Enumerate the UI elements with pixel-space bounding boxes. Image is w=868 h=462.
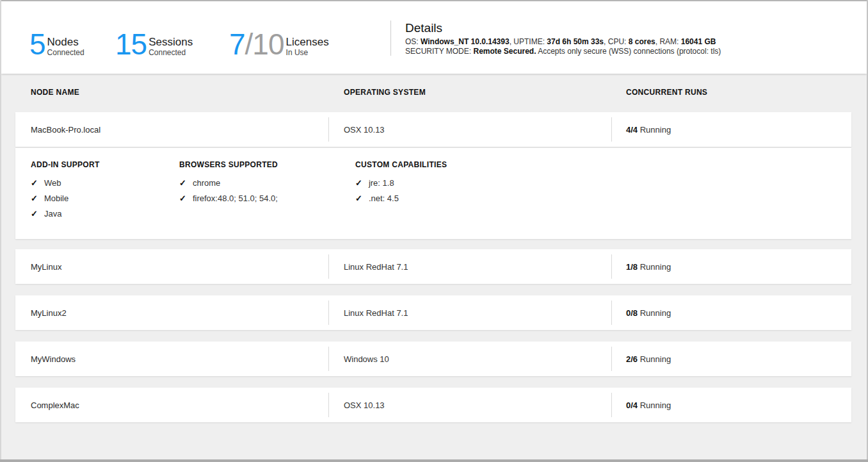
cell-divider	[328, 254, 329, 279]
concurrent-runs-cell: 2/6 Running	[626, 354, 671, 364]
nodes-count: 5	[29, 32, 45, 56]
custom-capabilities-title: CUSTOM CAPABILITIES	[355, 160, 447, 169]
capability-item: ✓.net: 4.5	[355, 194, 447, 204]
check-icon: ✓	[31, 178, 38, 188]
ram-label: , RAM:	[655, 37, 681, 46]
check-icon: ✓	[179, 178, 186, 188]
sessions-count: 15	[115, 32, 147, 56]
browser-item-label: firefox:48.0; 51.0; 54.0;	[193, 194, 278, 204]
operating-system-cell: Windows 10	[344, 354, 389, 364]
browsers-supported-title: BROWSERS SUPPORTED	[179, 160, 278, 169]
cell-divider	[611, 393, 612, 417]
browser-item: ✓chrome	[179, 178, 278, 188]
uptime-label: , UPTIME:	[510, 37, 547, 46]
node-row-macbook-pro[interactable]: MacBook-Pro.local OSX 10.13 4/4 Running	[15, 112, 851, 147]
stat-licenses-in-use: 7/10 Licenses In Use	[229, 32, 329, 56]
addin-item: ✓Web	[31, 178, 100, 188]
runs-label: Running	[640, 354, 671, 364]
licenses-used-count: 7	[229, 32, 245, 56]
node-row-complexmac[interactable]: ComplexMac OSX 10.13 0/4 Running	[15, 388, 851, 422]
runs-fraction: 0/4	[626, 400, 638, 410]
details-title: Details	[405, 21, 764, 35]
node-row-mylinux2[interactable]: MyLinux2 Linux RedHat 7.1 0/8 Running	[15, 295, 851, 330]
capability-item-label: jre: 1.8	[369, 178, 394, 188]
node-row-mylinux[interactable]: MyLinux Linux RedHat 7.1 1/8 Running	[15, 249, 851, 284]
cpu-value: 8 cores	[629, 37, 655, 46]
window-top-border	[0, 0, 868, 1]
node-table: MacBook-Pro.local OSX 10.13 4/4 Running …	[15, 112, 851, 422]
cpu-label: , CPU:	[604, 37, 629, 46]
concurrent-runs-cell: 4/4 Running	[626, 125, 671, 135]
runs-fraction: 1/8	[626, 262, 638, 272]
nodes-sublabel: Connected	[47, 48, 84, 57]
concurrent-runs-cell: 1/8 Running	[626, 262, 671, 272]
cell-divider	[611, 254, 612, 279]
details-security-line: SECURITY MODE: Remote Secured. Accepts o…	[405, 47, 764, 56]
stat-nodes-connected: 5 Nodes Connected	[29, 32, 84, 56]
stat-sessions-connected: 15 Sessions Connected	[115, 32, 193, 56]
runs-label: Running	[640, 308, 671, 318]
cell-divider	[611, 347, 612, 371]
addin-support-column: ADD-IN SUPPORT ✓Web ✓Mobile ✓Java	[31, 160, 100, 219]
runs-label: Running	[640, 125, 671, 135]
operating-system-cell: OSX 10.13	[344, 400, 385, 410]
column-header-concurrent-runs: CONCURRENT RUNS	[626, 88, 707, 97]
sessions-label: Sessions	[149, 36, 193, 48]
browser-item-label: chrome	[193, 178, 220, 188]
cell-divider	[611, 301, 612, 325]
node-name-cell: MyLinux2	[31, 308, 67, 318]
details-section: Details OS: Windows_NT 10.0.14393, UPTIM…	[405, 21, 764, 56]
addin-item-label: Mobile	[44, 194, 68, 204]
capability-item-label: .net: 4.5	[369, 194, 399, 204]
runs-label: Running	[640, 400, 671, 410]
addin-item: ✓Mobile	[31, 194, 100, 204]
addin-item-label: Web	[44, 178, 61, 188]
table-header-row: NODE NAME OPERATING SYSTEM CONCURRENT RU…	[0, 88, 868, 101]
window-left-border	[0, 0, 1, 459]
window-bottom-border	[0, 459, 868, 462]
header-divider	[390, 21, 391, 56]
column-header-node-name: NODE NAME	[31, 88, 79, 97]
check-icon: ✓	[31, 194, 38, 204]
check-icon: ✓	[31, 209, 38, 219]
licenses-total-count: /10	[245, 32, 284, 56]
operating-system-cell: Linux RedHat 7.1	[344, 262, 408, 272]
details-system-line: OS: Windows_NT 10.0.14393, UPTIME: 37d 6…	[405, 37, 764, 47]
concurrent-runs-cell: 0/4 Running	[626, 400, 671, 410]
expanded-details-panel: ADD-IN SUPPORT ✓Web ✓Mobile ✓Java BROWSE…	[15, 148, 851, 239]
runs-fraction: 0/8	[626, 308, 638, 318]
node-name-cell: MacBook-Pro.local	[31, 125, 100, 135]
node-row-mywindows[interactable]: MyWindows Windows 10 2/6 Running	[15, 342, 851, 376]
cell-divider	[328, 393, 329, 417]
browsers-supported-column: BROWSERS SUPPORTED ✓chrome ✓firefox:48.0…	[179, 160, 278, 204]
os-label: OS:	[405, 37, 421, 46]
addin-support-title: ADD-IN SUPPORT	[31, 160, 100, 169]
column-header-operating-system: OPERATING SYSTEM	[344, 88, 426, 97]
summary-header: 5 Nodes Connected 15 Sessions Connected …	[1, 1, 867, 74]
ram-value: 16041 GB	[681, 37, 716, 46]
security-mode-note: Accepts only secure (WSS) connections (p…	[536, 47, 721, 56]
node-name-cell: MyWindows	[31, 354, 76, 364]
operating-system-cell: Linux RedHat 7.1	[344, 308, 408, 318]
cell-divider	[328, 301, 329, 325]
capability-item: ✓jre: 1.8	[355, 178, 447, 188]
licenses-label: Licenses	[286, 36, 329, 48]
runs-label: Running	[640, 262, 671, 272]
operating-system-cell: OSX 10.13	[344, 125, 385, 135]
cell-divider	[328, 347, 329, 371]
nodes-label: Nodes	[47, 36, 84, 48]
security-mode-value: Remote Secured.	[473, 47, 536, 56]
node-name-cell: ComplexMac	[31, 400, 79, 410]
browser-item: ✓firefox:48.0; 51.0; 54.0;	[179, 194, 278, 204]
runs-fraction: 2/6	[626, 354, 638, 364]
os-value: Windows_NT 10.0.14393	[421, 37, 510, 46]
node-name-cell: MyLinux	[31, 262, 61, 272]
runs-fraction: 4/4	[626, 125, 638, 135]
security-mode-label: SECURITY MODE:	[405, 47, 473, 56]
addin-item-label: Java	[44, 209, 61, 219]
sessions-sublabel: Connected	[149, 48, 193, 57]
cell-divider	[328, 117, 329, 142]
check-icon: ✓	[179, 194, 186, 204]
check-icon: ✓	[355, 194, 362, 204]
check-icon: ✓	[355, 178, 362, 188]
